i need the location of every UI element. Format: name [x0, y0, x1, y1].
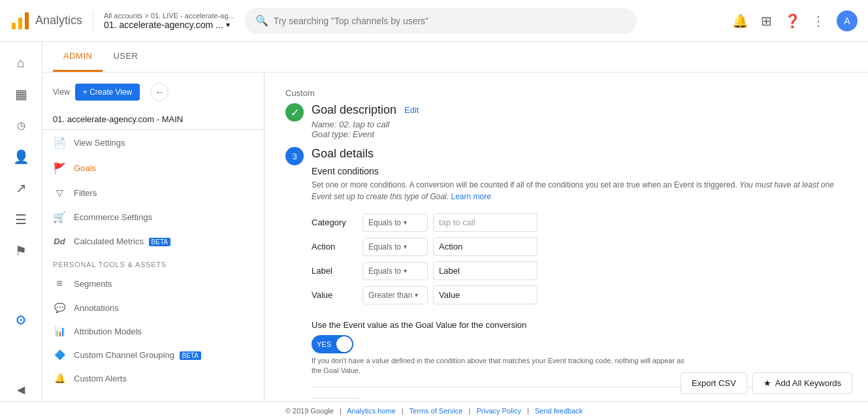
condition-value-label[interactable]: [433, 261, 538, 280]
condition-row-label: Label Equals to ▾: [312, 261, 847, 280]
condition-value-action[interactable]: [433, 237, 538, 256]
sidebar-item-view-settings[interactable]: 📄 View Settings: [42, 130, 264, 155]
tab-admin[interactable]: ADMIN: [53, 42, 103, 72]
toggle-section: Use the Event value as the Goal Value fo…: [312, 320, 847, 376]
notifications-icon[interactable]: 🔔: [732, 13, 748, 29]
main-content: Custom ✓ Goal description Edit Name: 02.: [265, 73, 868, 401]
footer-terms-link[interactable]: Terms of Service: [410, 407, 463, 415]
sidebar-item-custom-alerts[interactable]: 🔔 Custom Alerts: [42, 366, 264, 390]
toggle-knob: [336, 336, 352, 352]
nav-behavior-icon[interactable]: ☰: [5, 204, 37, 235]
condition-operator-label[interactable]: Equals to ▾: [362, 262, 428, 280]
sidebar-item-label: Segments: [74, 279, 112, 289]
step-2-indicator: ✓: [285, 103, 304, 121]
breadcrumb-tag: Custom: [285, 88, 847, 98]
sidebar-item-ecommerce[interactable]: 🛒 Ecommerce Settings: [42, 204, 264, 230]
top-tabs: ADMIN USER: [42, 42, 868, 73]
expand-nav-icon[interactable]: ◀: [12, 378, 30, 401]
footer: © 2019 Google | Analytics home | Terms o…: [0, 401, 868, 420]
sidebar-item-label: Goals: [74, 163, 96, 173]
footer-analytics-home-link[interactable]: Analytics home: [347, 407, 396, 415]
sidebar-account-name: 01. accelerate-agency.com - MAIN: [42, 112, 264, 130]
toggle-label: Use the Event value as the Goal Value fo…: [312, 320, 847, 330]
sidebar-item-attribution[interactable]: 📊 Attribution Models: [42, 319, 264, 343]
goal-description-title: Goal description Edit: [312, 103, 847, 117]
condition-row-category: Category Equals to ▾: [312, 213, 847, 232]
sidebar-item-goals[interactable]: 🚩 Goals: [42, 155, 264, 181]
svg-rect-2: [25, 12, 29, 29]
dropdown-arrow-icon: ▾: [415, 291, 418, 299]
nav-realtime-icon[interactable]: ◷: [5, 110, 37, 141]
inner-layout: View + Create View ← 01. accelerate-agen…: [42, 73, 868, 401]
nav-dashboard-icon[interactable]: ▦: [5, 78, 37, 110]
nav-audience-icon[interactable]: 👤: [5, 141, 37, 172]
learn-more-link[interactable]: Learn more: [451, 192, 490, 201]
ecommerce-icon: 🛒: [53, 211, 66, 223]
nav-acquisition-icon[interactable]: ↗: [5, 172, 37, 204]
condition-label-action: Action: [312, 242, 357, 251]
conditions-table: Category Equals to ▾ Action: [312, 213, 847, 304]
goal-details-title: Goal details: [312, 147, 847, 161]
condition-value-category[interactable]: [433, 213, 538, 232]
avatar[interactable]: A: [837, 10, 858, 31]
goal-description-meta: Name: 02. tap to call Goal type: Event: [312, 120, 847, 139]
step-3-indicator: 3: [285, 147, 304, 165]
svg-rect-1: [18, 18, 22, 29]
goals-icon: 🚩: [53, 162, 66, 174]
nav-home-icon[interactable]: ⌂: [5, 47, 37, 78]
tab-user[interactable]: USER: [103, 42, 148, 72]
export-csv-button[interactable]: Export CSV: [681, 372, 747, 394]
search-input[interactable]: [274, 16, 626, 26]
sidebar-item-annotations[interactable]: 💬 Annotations: [42, 296, 264, 319]
toggle-hint: If you don't have a value defined in the…: [312, 356, 690, 376]
account-selector[interactable]: All accounts > 01. LIVE - accelerate-ag.…: [93, 12, 234, 30]
checkmark-icon: ✓: [291, 106, 299, 119]
analytics-logo-icon: [10, 11, 30, 31]
sidebar-item-filters[interactable]: ▽ Filters: [42, 181, 264, 204]
create-view-button[interactable]: + Create View: [75, 84, 140, 101]
header: Analytics All accounts > 01. LIVE - acce…: [0, 0, 868, 42]
logo-text: Analytics: [35, 14, 82, 27]
footer-privacy-link[interactable]: Privacy Policy: [476, 407, 521, 415]
condition-value-value[interactable]: [433, 285, 538, 304]
sidebar-item-segments[interactable]: ≡ Segments: [42, 271, 264, 296]
channel-grouping-icon: 🔷: [53, 349, 66, 360]
nav-admin-icon[interactable]: ⚙: [5, 304, 37, 336]
footer-feedback-link[interactable]: Send feedback: [535, 407, 583, 415]
goal-description-content: Goal description Edit Name: 02. tap to c…: [312, 103, 847, 139]
sidebar-item-label: Annotations: [74, 303, 119, 313]
calculated-metrics-icon: Dd: [53, 236, 66, 246]
dropdown-arrow-icon: ▾: [404, 267, 407, 274]
annotations-icon: 💬: [53, 302, 66, 313]
sidebar-item-channel-grouping[interactable]: 🔷 Custom Channel Grouping BETA: [42, 343, 264, 366]
star-icon: ★: [764, 378, 771, 388]
help-icon[interactable]: ❓: [784, 13, 800, 29]
back-arrow-icon[interactable]: ←: [150, 83, 169, 101]
goal-details-content: Goal details Event conditions Set one or…: [312, 147, 847, 401]
edit-link[interactable]: Edit: [404, 105, 419, 115]
attribution-icon: 📊: [53, 326, 66, 336]
apps-icon[interactable]: ⊞: [758, 13, 774, 29]
add-all-keywords-button[interactable]: ★ Add All Keywords: [752, 372, 852, 394]
left-nav: ⌂ ▦ ◷ 👤 ↗ ☰ ⚑ ⚙ ◀: [0, 42, 42, 401]
sidebar-item-calculated-metrics[interactable]: Dd Calculated Metrics BETA: [42, 230, 264, 253]
condition-operator-category[interactable]: Equals to ▾: [362, 214, 428, 232]
segments-icon: ≡: [53, 278, 66, 289]
condition-label-category: Category: [312, 218, 357, 227]
condition-operator-action[interactable]: Equals to ▾: [362, 238, 428, 256]
sidebar-item-label: View Settings: [74, 138, 125, 148]
custom-alerts-icon: 🔔: [53, 373, 66, 383]
more-icon[interactable]: ⋮: [811, 13, 826, 29]
nav-conversions-icon[interactable]: ⚑: [5, 235, 37, 267]
svg-rect-0: [12, 23, 16, 29]
sidebar: View + Create View ← 01. accelerate-agen…: [42, 73, 265, 401]
condition-operator-value[interactable]: Greater than ▾: [362, 286, 428, 304]
dropdown-arrow-icon: ▾: [404, 219, 407, 226]
header-icons: 🔔 ⊞ ❓ ⋮ A: [732, 10, 858, 31]
view-settings-icon: 📄: [53, 137, 66, 149]
event-value-toggle[interactable]: YES: [312, 335, 353, 353]
event-conditions-desc: Set one or more conditions. A conversion…: [312, 179, 847, 202]
search-bar[interactable]: 🔍: [245, 8, 637, 34]
sidebar-item-label: Custom Alerts: [74, 374, 127, 383]
event-conditions-title: Event conditions: [312, 166, 847, 176]
